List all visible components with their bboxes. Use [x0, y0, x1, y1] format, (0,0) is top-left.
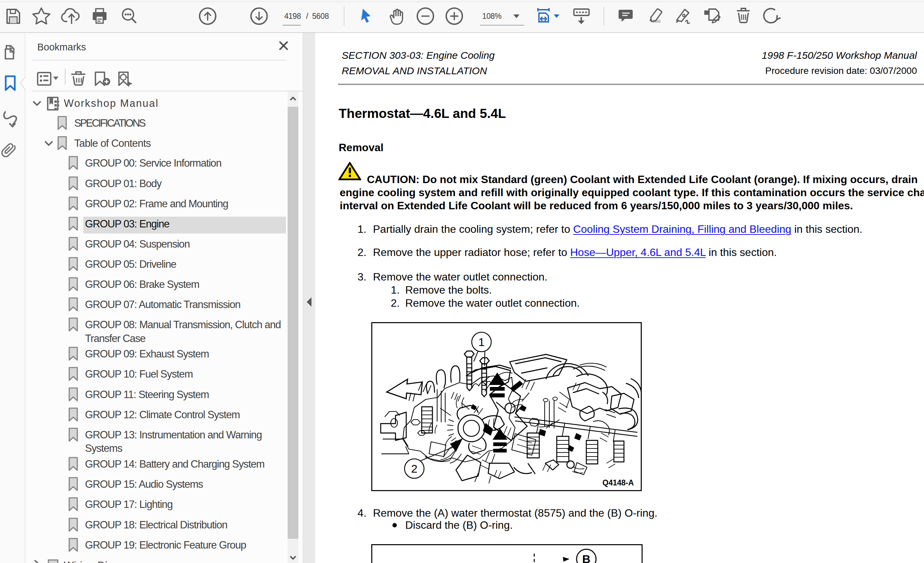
- svg-text:1: 1: [478, 335, 485, 348]
- svg-text:Q4148-A: Q4148-A: [603, 478, 634, 487]
- svg-text:B: B: [582, 553, 591, 563]
- svg-text:2: 2: [411, 462, 418, 475]
